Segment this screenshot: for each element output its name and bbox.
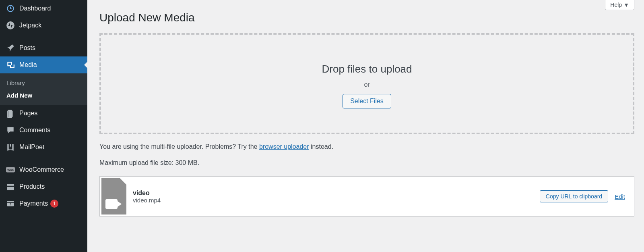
chevron-down-icon: ▼ [623, 2, 629, 8]
sidebar-item-products[interactable]: Products [0, 178, 87, 195]
sidebar-item-posts[interactable]: Posts [0, 40, 87, 56]
sidebar-label: MailPoet [19, 144, 44, 151]
media-filename: video.mp4 [133, 197, 540, 204]
sidebar-item-payments[interactable]: $ Payments 1 [0, 195, 87, 212]
media-icon [6, 60, 15, 69]
sidebar-item-media[interactable]: Media [0, 56, 87, 73]
sidebar-label: Payments [19, 200, 48, 207]
svg-text:Woo: Woo [7, 168, 14, 172]
sidebar-submenu-media: Library Add New [0, 73, 87, 105]
sidebar-item-woocommerce[interactable]: Woo WooCommerce [0, 161, 87, 178]
sidebar-label: WooCommerce [19, 166, 64, 173]
sidebar-item-jetpack[interactable]: Jetpack [0, 17, 87, 34]
sidebar-label: Posts [19, 44, 35, 52]
copy-url-button[interactable]: Copy URL to clipboard [540, 190, 608, 202]
page-title: Upload New Media [99, 11, 634, 24]
media-title: video [133, 190, 540, 197]
sidebar-sub-library[interactable]: Library [0, 77, 87, 89]
products-icon [6, 182, 15, 191]
payments-icon: $ [6, 199, 15, 208]
jetpack-icon [6, 21, 15, 30]
sidebar-item-pages[interactable]: Pages [0, 105, 87, 122]
woocommerce-icon: Woo [6, 165, 15, 174]
select-files-button[interactable]: Select Files [343, 94, 391, 108]
sidebar-sub-add-new[interactable]: Add New [0, 89, 87, 102]
sidebar-label: Pages [19, 110, 37, 117]
browser-uploader-link[interactable]: browser uploader [259, 143, 309, 150]
media-actions: Copy URL to clipboard Edit [540, 190, 625, 202]
notification-badge: 1 [50, 200, 58, 208]
upload-dropzone[interactable]: Drop files to upload or Select Files [99, 33, 634, 134]
svg-text:$: $ [10, 203, 11, 206]
help-tab[interactable]: Help ▼ [605, 0, 634, 10]
or-text: or [109, 81, 625, 88]
mailpoet-icon [6, 143, 15, 152]
comment-icon [6, 126, 15, 135]
sidebar-item-dashboard[interactable]: Dashboard [0, 0, 87, 17]
dashboard-icon [6, 4, 15, 13]
video-file-icon [101, 178, 126, 215]
drop-instruction: Drop files to upload [109, 63, 625, 75]
sidebar-item-mailpoet[interactable]: MailPoet [0, 139, 87, 156]
sidebar-label: Dashboard [19, 5, 51, 12]
sidebar-label: Media [19, 61, 37, 69]
help-label: Help [610, 2, 622, 8]
pin-icon [6, 44, 15, 52]
media-info: video video.mp4 [133, 190, 540, 204]
uploader-note: You are using the multi-file uploader. P… [99, 143, 634, 150]
sidebar-label: Products [19, 183, 45, 190]
sidebar-item-comments[interactable]: Comments [0, 122, 87, 139]
sidebar-label: Comments [19, 127, 50, 134]
max-upload-size: Maximum upload file size: 300 MB. [99, 159, 634, 167]
edit-link[interactable]: Edit [615, 193, 625, 200]
main-content: Help ▼ Upload New Media Drop files to up… [87, 0, 644, 252]
pages-icon [6, 109, 15, 118]
svg-point-0 [6, 21, 14, 29]
sidebar-label: Jetpack [19, 22, 41, 29]
admin-sidebar: Dashboard Jetpack Posts Media Library Ad… [0, 0, 87, 252]
uploaded-media-row: video video.mp4 Copy URL to clipboard Ed… [99, 176, 634, 217]
